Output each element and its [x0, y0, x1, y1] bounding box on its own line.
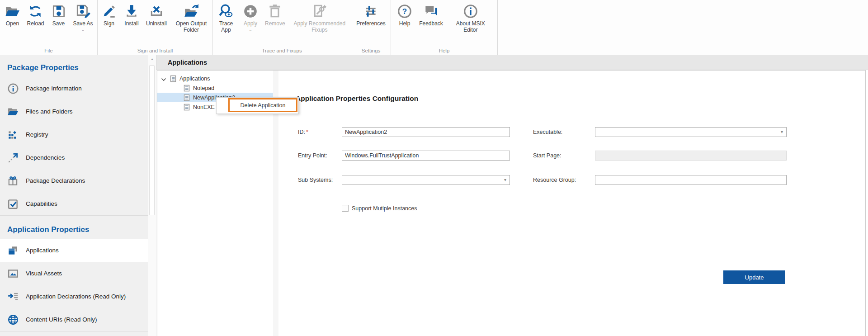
uninstall-button-label: Uninstall — [146, 21, 167, 27]
apply-recommended-fixups-button-label: Apply Recommended Fixups — [292, 21, 348, 33]
about-msix-editor-button-label: About MSIX Editor — [449, 21, 492, 33]
dropdown-arrow-icon[interactable]: ▾ — [781, 129, 783, 135]
scrollbar-up-arrow-icon[interactable]: ▲ — [148, 55, 156, 61]
install-button[interactable]: Install — [120, 3, 143, 27]
entry-point-label: Entry Point: — [298, 152, 327, 159]
sidebar-item-application-declarations[interactable]: Application Declarations (Read Only) — [0, 285, 148, 308]
save-as-button-label: Save As — [73, 21, 93, 27]
sidebar-item-dependencies[interactable]: Dependencies — [0, 146, 148, 169]
sidebar-item-label: Package Declarations — [26, 177, 85, 184]
open-output-folder-button[interactable]: Open Output Folder — [170, 3, 212, 33]
open-button[interactable]: Open — [1, 3, 24, 27]
save-button-label: Save — [52, 21, 65, 27]
package-information-icon — [7, 83, 19, 95]
sidebar-scrollbar[interactable]: ▲ — [148, 55, 156, 336]
document-icon — [184, 94, 190, 101]
sidebar-item-label: Capabilities — [26, 200, 57, 207]
preferences-icon — [363, 3, 379, 19]
update-button[interactable]: Update — [723, 270, 785, 284]
sidebar-item-package-declarations[interactable]: Package Declarations — [0, 169, 148, 192]
sidebar-section-title-application-properties: Application Properties — [0, 216, 148, 239]
executable-combobox[interactable]: ▾ — [595, 127, 787, 137]
resource-group-label: Resource Group: — [533, 177, 576, 183]
main-header-bar: Applications — [156, 55, 868, 70]
preferences-button[interactable]: Preferences — [353, 3, 389, 27]
executable-label: Executable: — [533, 129, 562, 135]
chevron-down-icon: ⌄ — [249, 28, 252, 32]
id-input[interactable] — [342, 127, 510, 137]
sidebar-item-label: Dependencies — [26, 154, 65, 161]
dropdown-arrow-icon[interactable]: ▾ — [504, 177, 506, 183]
ribbon-group-settings: Preferences Settings — [351, 0, 391, 55]
apply-icon — [242, 3, 259, 19]
feedback-button[interactable]: Feedback — [416, 3, 446, 27]
sub-systems-combobox[interactable]: ▾ — [342, 175, 510, 185]
tree-node-applications-root[interactable]: Applications — [157, 74, 273, 83]
tree-node-label: NonEXE — [193, 104, 215, 110]
visual-assets-icon — [7, 268, 19, 279]
save-icon — [51, 3, 67, 19]
reload-icon — [27, 3, 43, 19]
apply-recommended-fixups-button[interactable]: Apply Recommended Fixups — [288, 3, 351, 33]
about-msix-editor-icon — [462, 3, 479, 19]
sidebar-item-registry[interactable]: Registry — [0, 123, 148, 146]
chevron-down-icon[interactable] — [161, 76, 167, 81]
sidebar-item-label: Application Declarations (Read Only) — [26, 293, 126, 300]
support-multiple-instances-checkbox[interactable] — [342, 205, 349, 212]
sidebar-item-content-uris[interactable]: Content URIs (Read Only) — [0, 308, 148, 331]
sidebar-item-capabilities[interactable]: Capabilities — [0, 192, 148, 215]
sidebar-item-applications[interactable]: Applications — [0, 239, 148, 262]
reload-button-label: Reload — [27, 21, 44, 27]
reload-button[interactable]: Reload — [24, 3, 47, 27]
ribbon-group-label-help: Help — [391, 48, 497, 53]
sidebar-item-label: Visual Assets — [26, 270, 62, 277]
open-folder-icon — [4, 3, 20, 19]
trace-app-icon — [218, 3, 234, 19]
resource-group-input[interactable] — [595, 175, 787, 185]
save-as-button[interactable]: Save As ⌄ — [70, 3, 96, 32]
sidebar-divider — [0, 331, 148, 331]
remove-button-label: Remove — [265, 21, 285, 27]
sidebar-navigation: Package Properties Package Information F… — [0, 55, 148, 336]
context-menu: Delete Application — [216, 97, 299, 114]
remove-button[interactable]: Remove — [262, 3, 288, 27]
help-button[interactable]: ? Help — [393, 3, 416, 27]
sidebar-section-title-package-properties: Package Properties — [0, 55, 148, 77]
start-page-input — [595, 151, 787, 161]
page-title: Applications — [168, 59, 207, 66]
save-button[interactable]: Save — [47, 3, 70, 27]
package-declarations-icon — [7, 175, 19, 187]
ribbon-group-label-settings: Settings — [351, 48, 391, 53]
help-button-label: Help — [399, 21, 410, 27]
feedback-button-label: Feedback — [419, 21, 443, 27]
preferences-button-label: Preferences — [356, 21, 386, 27]
ribbon-group-file: Open Reload Save Save As ⌄ File — [0, 0, 98, 55]
document-icon — [170, 75, 176, 82]
trace-app-button-label: Trace App — [216, 21, 236, 33]
about-msix-editor-button[interactable]: About MSIX Editor — [446, 3, 495, 33]
form-heading: Application Properties Configuration — [296, 95, 418, 103]
feedback-icon — [423, 3, 439, 19]
uninstall-button[interactable]: Uninstall — [143, 3, 170, 27]
id-label: ID:* — [298, 129, 308, 135]
apply-button[interactable]: Apply ⌄ — [239, 3, 262, 32]
sidebar-item-label: Package Information — [26, 85, 82, 92]
tree-node-notepad[interactable]: Notepad — [157, 83, 273, 93]
entry-point-input[interactable] — [342, 151, 510, 161]
remove-icon — [267, 3, 283, 19]
sidebar-item-package-information[interactable]: Package Information — [0, 77, 148, 100]
ribbon-group-sign-and-install: Sign Install Uninstall Open Output Folde… — [98, 0, 213, 55]
sign-button-label: Sign — [104, 21, 114, 27]
delete-application-menu-item[interactable]: Delete Application — [228, 98, 297, 112]
sidebar-item-label: Files and Folders — [26, 108, 73, 115]
sidebar-item-files-and-folders[interactable]: Files and Folders — [0, 100, 148, 123]
application-properties-form: Application Properties Configuration ID:… — [278, 71, 865, 336]
apply-recommended-fixups-icon — [311, 3, 328, 19]
scrollbar-thumb[interactable] — [149, 65, 155, 215]
apply-button-label: Apply — [244, 21, 257, 27]
sidebar-item-visual-assets[interactable]: Visual Assets — [0, 262, 148, 285]
tree-node-label: Notepad — [193, 85, 214, 91]
trace-app-button[interactable]: Trace App — [213, 3, 239, 33]
sign-button[interactable]: Sign — [98, 3, 120, 27]
id-label-text: ID: — [298, 129, 305, 135]
